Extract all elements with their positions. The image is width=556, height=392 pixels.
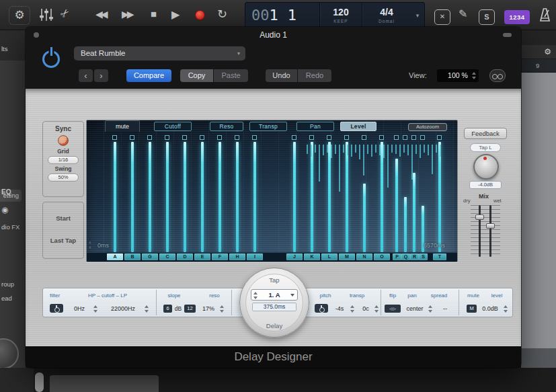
tap-toggle-E[interactable] [200,135,204,140]
grid-value-select[interactable]: 1/16 [48,156,79,164]
view-tab-cutoff[interactable]: Cutoff [154,122,192,131]
tap-letter-S[interactable]: S [419,253,428,260]
tap-letter-T[interactable]: T [433,253,446,260]
tap-selector-stepper[interactable] [253,291,258,300]
tap-letter-P[interactable]: P [393,253,401,260]
view-zoom-stepper[interactable]: 100 % [437,69,479,82]
tap-letter-I[interactable]: I [247,253,263,260]
view-tab-level-selected[interactable]: Level [340,122,376,131]
track-area[interactable] [521,73,556,348]
tap-letter-Q[interactable]: Q [401,253,410,260]
tempo-display[interactable]: 120 KEEP [320,3,362,28]
tap-bar-Q[interactable] [404,197,407,252]
tap-bar-K[interactable] [311,142,313,252]
play-button[interactable]: ▶ [171,8,180,21]
tap-bar-H[interactable] [236,142,239,252]
view-tab-pan[interactable]: Pan [296,122,334,131]
track-gear-icon[interactable]: ⚙ [544,47,551,56]
tap-letter-H[interactable]: H [229,253,245,260]
swing-value-field[interactable]: 50% [48,173,79,182]
tap-letter-J[interactable]: J [286,253,303,260]
record-button[interactable] [195,10,205,20]
tap-bar-J[interactable] [293,142,296,252]
feedback-knob[interactable] [473,154,499,180]
tap-letters-strip[interactable]: ABGCDEFHIJKLMNOPQRST [87,252,458,262]
spread-value-field[interactable]: -- [438,305,452,312]
feedback-value-field[interactable]: -4.0dB [469,181,502,189]
slope-6db-button[interactable]: 6 [163,305,172,313]
tap-toggle-F[interactable] [217,135,222,140]
lp-stepper[interactable] [144,305,149,313]
pencil-icon[interactable]: ✎ [459,7,467,20]
tap-bar-A[interactable] [114,142,116,252]
vertical-scrollbar-thumb[interactable] [35,373,44,392]
cents-stepper[interactable] [374,305,379,313]
scissors-tool-icon[interactable]: ✂ [57,5,73,21]
tap-letter-L[interactable]: L [321,253,337,260]
tap-letter-N[interactable]: N [356,253,372,260]
tap-letter-K[interactable]: K [304,253,320,260]
dry-slider[interactable] [479,205,481,257]
tap-bar-G[interactable] [149,142,151,252]
pitch-cents-field[interactable]: 0c [359,305,372,312]
stop-button[interactable]: ■ [151,8,157,19]
dry-slider-handle[interactable] [475,214,484,220]
tap-bar-R[interactable] [413,173,415,252]
bar-ruler[interactable]: 9 [521,59,556,73]
tap-selector[interactable]: 1. A [251,289,298,301]
undo-button[interactable]: Undo [266,69,297,82]
paste-button[interactable]: Paste [214,69,248,82]
tap-toggle-B[interactable] [130,135,134,140]
time-signature-display[interactable]: 4/4 Domai [362,3,411,28]
autozoom-button[interactable]: Autozoom [408,123,447,131]
tap-delay-time-field[interactable]: 375.0ms [252,303,296,311]
pan-stepper[interactable] [428,305,433,313]
tap-bar-O[interactable] [381,142,383,252]
tap-toggle-H[interactable] [235,135,239,140]
feedback-button[interactable]: Feedback [464,128,507,139]
last-tap-button[interactable]: Last Tap [43,237,83,244]
tap-letter-O[interactable]: O [374,253,390,260]
reso-value-field[interactable]: 17% [199,305,218,312]
dismiss-box-icon[interactable]: ✕ [434,9,450,25]
view-tab-mute[interactable]: mute [105,120,140,132]
flip-button[interactable]: ◁ ▷ [385,305,401,313]
tap-bar-T[interactable] [438,142,441,252]
rewind-button[interactable]: ◀◀ [95,9,106,19]
tap-toggle-C[interactable] [165,135,169,140]
sync-button[interactable] [58,135,69,146]
eq-section-label[interactable]: EQ [1,188,11,196]
tap-toggle-N[interactable] [362,135,366,140]
read-automation-cutoff[interactable]: ead [1,295,12,302]
tap-letter-F[interactable]: F [212,253,228,260]
tap-bar-D[interactable] [184,142,186,252]
group-label-cutoff[interactable]: roup [1,280,14,288]
tap-letter-G[interactable]: G [142,253,158,260]
tap-toggle-K[interactable] [309,135,314,140]
tap-letter-M[interactable]: M [339,253,355,260]
count-in-button[interactable]: 1234 [504,10,530,24]
link-button[interactable] [489,69,506,82]
forward-button[interactable]: ▶▶ [122,9,132,19]
pan-knob-cutoff[interactable] [0,338,19,369]
tap-toggle-S[interactable] [420,135,425,140]
tap-bar-C[interactable] [166,142,169,252]
metronome-icon[interactable] [536,7,553,24]
tap-toggle-M[interactable] [344,135,349,140]
previous-preset-button[interactable]: ‹ [79,69,93,82]
audio-fx-label-cutoff[interactable]: dio FX [1,223,19,231]
tap-toggle-I[interactable] [252,135,257,140]
tap-letter-R[interactable]: R [410,253,419,260]
wet-slider-handle[interactable] [486,223,495,229]
window-minimize-button[interactable] [503,33,512,37]
slope-12db-button[interactable]: 12 [184,305,196,313]
tap-display[interactable]: mute Cutoff Reso Transp Pan Level Autozo… [86,120,458,262]
plugin-power-button[interactable] [39,44,63,69]
compare-button[interactable]: Compare [126,69,171,82]
mixer-icon[interactable] [38,7,55,23]
start-button[interactable]: Start [43,214,83,222]
playhead-position[interactable]: 0011 [245,3,319,28]
tap-letter-D[interactable]: D [177,253,193,260]
lcd-chevron-down-icon[interactable]: ▾ [411,3,424,28]
view-tab-transp[interactable]: Transp [249,122,287,131]
